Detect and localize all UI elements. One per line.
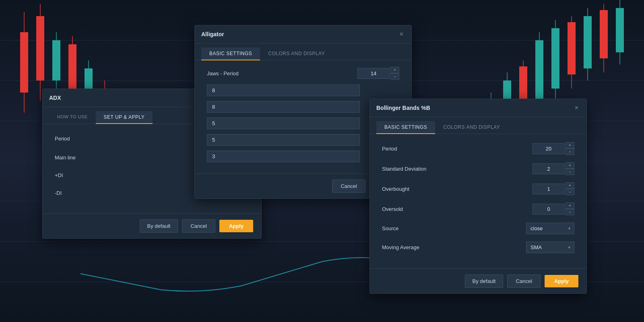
alligator-jaws-input[interactable] [357,68,390,79]
alligator-value4[interactable]: 5 [207,118,360,129]
alligator-tab-basic-settings[interactable]: Basic settings [201,47,260,60]
alligator-jaws-stepper: + − [390,67,399,80]
bollinger-source-label: Source [382,225,398,231]
bollinger-tab-basic-settings[interactable]: Basic settings [376,121,435,134]
alligator-jaws-row: Jaws - Period + − [207,67,399,80]
bollinger-source-row: Source close open high low hl2 hlc3 [382,223,574,234]
bollinger-stddev-input-group: + − [533,162,574,175]
bollinger-period-decrement[interactable]: − [566,149,574,155]
bollinger-period-row: Period + − [382,142,574,155]
bollinger-stddev-increment[interactable]: + [566,162,574,169]
bollinger-ma-row: Moving Average SMA EMA WMA DEMA TEMA [382,242,574,253]
alligator-dialog-title: Alligator [201,31,224,37]
adx-minus-di-label: -DI [55,190,62,196]
svg-rect-11 [36,16,44,80]
alligator-close-button[interactable]: × [398,30,405,38]
bollinger-overbought-increment[interactable]: + [566,182,574,189]
bollinger-form-body: Period + − Standard Deviation + − Ov [370,134,586,268]
bollinger-overbought-row: Overbought + − [382,182,574,195]
adx-tab-set-up-apply[interactable]: SET UP & APPLY [96,111,153,124]
adx-period-label: Period [55,136,70,142]
bollinger-oversold-decrement[interactable]: − [566,209,574,215]
alligator-tab-colors-display[interactable]: Colors and display [260,47,333,60]
bollinger-source-wrapper: close open high low hl2 hlc3 [526,223,574,234]
bollinger-overbought-input[interactable] [533,184,565,194]
bollinger-stddev-input[interactable] [533,163,565,174]
bollinger-tabs: Basic settings Colors and display [370,117,586,134]
svg-rect-43 [535,40,543,105]
alligator-dialog-header: Alligator × [195,25,411,43]
bollinger-period-input-group: + − [533,142,574,155]
adx-main-line-label: Main line [55,155,76,161]
bollinger-overbought-stepper: + − [566,182,574,195]
bollinger-by-default-button[interactable]: By default [465,275,504,288]
bollinger-overbought-label: Overbought [382,186,409,192]
alligator-jaws-decrement[interactable]: − [390,73,399,80]
svg-rect-49 [584,16,592,68]
alligator-jaws-input-group: + − [357,67,399,80]
bollinger-source-select[interactable]: close open high low hl2 hlc3 [526,223,574,234]
bollinger-overbought-decrement[interactable]: − [566,189,574,195]
alligator-row2: 8 [207,85,399,96]
bollinger-ma-wrapper: SMA EMA WMA DEMA TEMA [526,242,574,253]
adx-plus-di-label: +DI [55,172,63,178]
alligator-jaws-increment[interactable]: + [390,67,399,73]
svg-rect-51 [600,10,608,58]
bollinger-period-input[interactable] [533,143,565,154]
adx-dialog-footer: By default Cancel Apply [43,213,261,238]
bollinger-ma-label: Moving Average [382,244,419,250]
bollinger-oversold-input-group: + − [533,202,574,215]
svg-rect-9 [20,32,28,93]
alligator-tabs: Basic settings Colors and display [195,43,411,60]
svg-rect-13 [52,40,60,80]
bollinger-period-stepper: + − [566,142,574,155]
bollinger-stddev-row: Standard Deviation + − [382,162,574,175]
bollinger-dialog: Bollinger Bands %B × Basic settings Colo… [369,99,587,294]
alligator-value5[interactable]: 5 [207,134,360,146]
bollinger-tab-colors-display[interactable]: Colors and display [435,121,508,134]
bollinger-dialog-header: Bollinger Bands %B × [370,99,586,117]
bollinger-period-label: Period [382,146,397,152]
adx-dialog-title: ADX [49,95,61,101]
bollinger-oversold-stepper: + − [566,202,574,215]
adx-by-default-button[interactable]: By default [140,219,178,233]
svg-rect-45 [551,28,559,89]
bollinger-stddev-decrement[interactable]: − [566,169,574,175]
adx-cancel-button[interactable]: Cancel [182,219,215,233]
bollinger-close-button[interactable]: × [573,104,580,112]
alligator-jaws-label: Jaws - Period [207,70,239,76]
bollinger-cancel-button[interactable]: Cancel [507,275,540,288]
alligator-value6[interactable]: 3 [207,151,360,162]
bollinger-stddev-label: Standard Deviation [382,166,427,172]
bollinger-ma-select[interactable]: SMA EMA WMA DEMA TEMA [526,242,574,253]
bollinger-oversold-label: Oversold [382,206,403,212]
bollinger-apply-button[interactable]: Apply [545,275,578,287]
bollinger-overbought-input-group: + − [533,182,574,195]
bollinger-oversold-input[interactable] [533,204,565,215]
svg-rect-47 [568,22,576,74]
bollinger-dialog-title: Bollinger Bands %B [376,105,430,111]
adx-apply-button[interactable]: Apply [219,220,253,232]
svg-rect-53 [616,8,624,52]
bollinger-oversold-row: Oversold + − [382,202,574,215]
alligator-value3[interactable]: 8 [207,101,360,113]
bollinger-oversold-increment[interactable]: + [566,202,574,209]
alligator-value2[interactable]: 8 [207,85,360,96]
adx-tab-how-to-use[interactable]: HOW TO USE [49,111,96,124]
alligator-cancel-button[interactable]: Cancel [332,180,365,193]
bollinger-dialog-footer: By default Cancel Apply [370,268,586,293]
bollinger-period-increment[interactable]: + [566,142,574,149]
bollinger-stddev-stepper: + − [566,162,574,175]
